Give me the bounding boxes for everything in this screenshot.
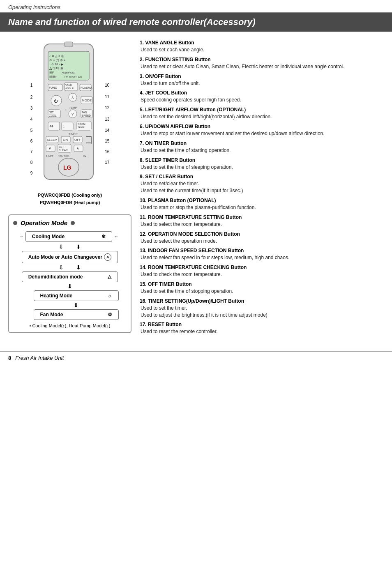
instruction-item-4: 4. JET COOL ButtonSpeed cooling operates… [140,90,384,104]
title-dot [13,221,17,225]
instruction-text-16: Used to set the timer. Used to adjust th… [140,305,384,319]
right-labels: 10 11 12 13 14 15 16 17 [104,40,109,168]
svg-text:AM|88⁰ ON|: AM|88⁰ ON| [62,71,75,74]
svg-text:↑ ⊙ 88 ≈ ▶: ↑ ⊙ 88 ≈ ▶ [49,63,64,66]
page-wrapper: Operating Instructions Name and function… [0,0,392,575]
instruction-item-7: 7. ON TIMER ButtonUsed to set the time o… [140,140,384,154]
instruction-title-7: 7. ON TIMER Button [140,140,384,146]
svg-text:△ □ F↑↓⎋: △ □ F↑↓⎋ [49,67,63,70]
svg-text:PLASMA: PLASMA [81,86,92,89]
svg-text:LG: LG [63,164,71,171]
svg-text:1.0/PT: 1.0/PT [46,155,53,157]
svg-text:TEMP.: TEMP. [69,106,78,109]
svg-text:∨: ∨ [48,146,51,150]
instruction-title-17: 17. RESET Button [140,322,384,327]
instruction-text-7: Used to set the time of starting operati… [140,147,384,154]
instruction-text-15: Used to set the time of stopping operati… [140,288,384,295]
instruction-title-4: 4. JET COOL Button [140,90,384,96]
label-1: 1 [30,79,33,91]
instruction-item-11: 11. ROOM TEMPERATURE SETTING ButtonUsed … [140,214,384,228]
svg-text:TEMP: TEMP [78,126,85,129]
instruction-title-16: 16. TIMER SETTING(Up/Down)/LIGHT Button [140,298,384,304]
svg-text:ROOM: ROOM [78,123,85,125]
label-3: 3 [30,103,33,113]
svg-rect-1 [65,42,73,47]
instruction-text-2: Used to set or clear Auto Clean, Smart C… [140,63,384,70]
instruction-text-17: Used to reset the remote controller. [140,328,384,335]
arrow-row-3: ⬇ [67,283,72,290]
label-12: 12 [105,102,109,113]
fan-mode-label: Fan Mode [40,312,63,317]
instruction-text-10: Used to start or stop the plasma-purific… [140,204,384,211]
instruction-title-6: 6. UP/DOWN AIRFLOW Button [140,124,384,129]
mode-flow: → Cooling Mode ❄ ← ⇩ ⬇ Auto Mo [13,231,127,320]
page-number: 8 [8,355,11,361]
instruction-text-4: Speed cooling operates super high fan sp… [140,97,384,104]
svg-text:ON: ON [63,138,68,142]
svg-text:⇔: ⇔ [49,123,53,129]
svg-text:∧: ∧ [76,146,79,150]
instruction-text-14: Used to check the room temperature. [140,271,384,278]
instruction-title-14: 14. ROOM TEMPERATURE CHECKING Button [140,264,384,270]
down-arrow-1b: ⬇ [76,244,81,250]
svg-text:YR./ SEC.: YR./ SEC. [58,155,70,157]
svg-text:MODE: MODE [82,99,92,102]
svg-text:⚙ ☆ 汽 冷 ≡: ⚙ ☆ 汽 冷 ≡ [49,59,65,62]
down-arrow-2a: ⇩ [59,264,64,271]
down-arrow-4: ⬇ [74,302,78,308]
remote-svg: ⌂ ❄ △ ☀ Ⓐ ⚙ ☆ 汽 冷 ≡ ↑ ⊙ 88 ≈ ▶ △ □ F↑↓⎋ … [34,40,104,188]
instruction-title-12: 12. OPERATION MODE SELECTION Button [140,231,384,237]
svg-text:PM 88 OFF 123: PM 88 OFF 123 [65,76,82,78]
instruction-item-1: 1. VANE ANGLE ButtonUsed to set each van… [140,40,384,53]
heating-mode-box: Heating Mode ☼ [34,290,119,301]
dehumid-label: Dehumidification mode [28,274,83,280]
fan-mode-box: Fan Mode ⚙ [34,309,119,320]
instruction-title-5: 5. LEFT/RIGHT AIRFLOW Button (OPTIONAL) [140,107,384,113]
label-17: 17 [105,157,109,168]
cooling-mode-label: Cooling Mode [32,234,65,239]
instruction-item-14: 14. ROOM TEMPERATURE CHECKING ButtonUsed… [140,264,384,278]
instruction-item-13: 13. INDOOR FAN SPEED SELECTION ButtonUse… [140,248,384,261]
dehumid-mode-box: Dehumidification mode △ [22,271,118,282]
instruction-title-2: 2. FUNCTION SETTING Button [140,57,384,62]
instruction-text-12: Used to select the operation mode. [140,238,384,245]
svg-text:888hr: 888hr [49,75,57,78]
label-11: 11 [105,91,109,102]
top-arrow-row: → Cooling Mode ❄ ← [19,231,121,242]
arrow-row-4: ⬇ [74,302,78,308]
svg-text:↕: ↕ [63,124,65,129]
instruction-text-11: Used to select the room temperature. [140,221,384,228]
svg-text:OFF: OFF [74,138,81,142]
down-arrow-2b: ⬇ [76,264,81,271]
svg-text:⌂ ❄ △ ☀ Ⓐ: ⌂ ❄ △ ☀ Ⓐ [49,55,64,58]
svg-text:88⁰: 88⁰ [49,71,54,74]
svg-text:VANE: VANE [65,84,72,86]
fan-icon: ⚙ [108,312,112,317]
label-10: 10 [105,79,109,91]
page-footer: 8 Fresh Air Intake Unit [0,351,392,364]
instruction-title-8: 8. SLEEP TIMER Button [140,157,384,163]
label-15: 15 [105,136,109,146]
header-text: Operating Instructions [8,4,60,10]
svg-text:C●: C● [83,155,86,157]
cooling-mode-box: Cooling Mode ❄ [25,231,112,242]
instruction-title-11: 11. ROOM TEMPERATURE SETTING Button [140,214,384,220]
auto-icon: A [104,253,111,261]
label-2: 2 [30,91,33,103]
label-6: 6 [30,136,33,146]
instruction-title-9: 9. SET / CLEAR Button [140,174,384,179]
remote-model-text: PQWRCQ0FDB (Cooling only) PQWRHQ0FDB (He… [8,192,131,206]
model1-text: PQWRCQ0FDB (Cooling only) [8,192,131,199]
remote-diagram: 1 2 3 4 5 6 7 8 9 [8,40,131,188]
cooling-icon: ❄ [101,234,106,239]
arrows-row-1: ⇩ ⬇ [59,244,81,250]
label-13: 13 [105,113,109,125]
instruction-text-5: Used to set the desired left/right(horiz… [140,113,384,120]
svg-text:SET: SET [59,145,64,148]
right-arrow-icon: → [19,234,24,239]
instruction-text-8: Used to set the time of sleeping operati… [140,164,384,171]
instruction-text-1: Used to set each vane angle. [140,46,384,53]
instruction-item-2: 2. FUNCTION SETTING ButtonUsed to set or… [140,57,384,70]
instructions-list: 1. VANE ANGLE ButtonUsed to set each van… [140,40,384,335]
svg-text:TIMER: TIMER [69,133,78,136]
